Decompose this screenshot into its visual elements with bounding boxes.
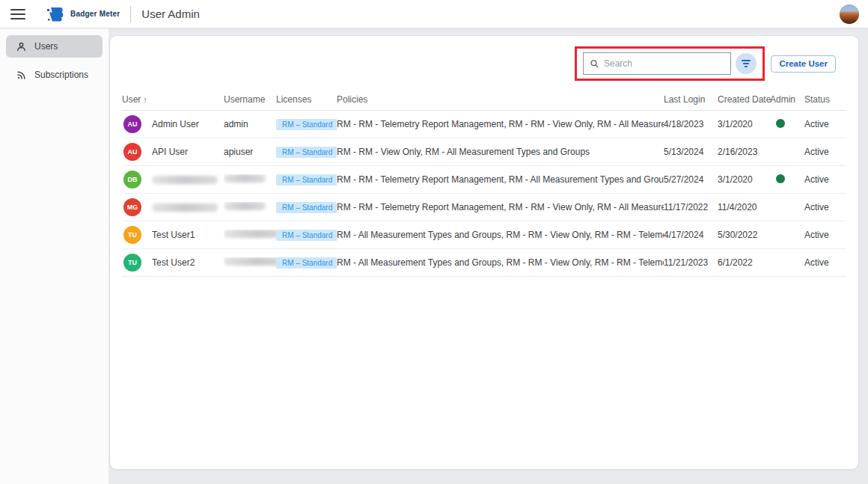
username-cell: apiuser (224, 147, 276, 157)
sidebar: Users Subscriptions (0, 28, 109, 484)
created-date-cell: 2/16/2023 (718, 147, 770, 157)
license-badge: RM – Standard (276, 257, 337, 269)
create-user-button[interactable]: Create User (771, 55, 836, 73)
last-login-cell: 11/21/2023 (664, 257, 718, 268)
last-login-cell: 5/27/2024 (664, 174, 718, 185)
column-header-licenses[interactable]: Licenses (276, 94, 337, 105)
license-badge: RM – Standard (276, 174, 337, 186)
sidebar-item-label: Users (34, 41, 58, 52)
column-header-username[interactable]: Username (224, 94, 276, 105)
licenses-cell: RM – Standard (276, 119, 337, 130)
redacted-username (224, 257, 276, 266)
users-table: User↑ Username Licenses Policies Last Lo… (110, 88, 858, 277)
admin-indicator-dot (776, 119, 785, 128)
table-row[interactable]: AUAPI UserapiuserRM – StandardRM - RM - … (122, 138, 846, 166)
status-cell: Active (804, 230, 846, 240)
admin-indicator-dot (776, 174, 785, 183)
table-row[interactable]: TUTest User1RM – StandardRM - All Measur… (122, 221, 846, 249)
user-avatar: AU (123, 143, 141, 161)
user-name: Test User2 (152, 257, 195, 268)
user-avatar: AU (123, 115, 141, 133)
card-toolbar: Create User (110, 36, 858, 88)
policies-cell: RM - All Measurement Types and Groups, R… (337, 257, 664, 268)
person-icon (15, 40, 27, 52)
badger-meter-logo-icon (46, 7, 66, 22)
top-app-bar: Badger Meter User Admin (0, 0, 868, 28)
user-avatar: TU (123, 254, 141, 272)
user-avatar: TU (123, 226, 141, 244)
filter-button[interactable] (736, 53, 757, 74)
search-input[interactable] (604, 58, 724, 69)
highlight-annotation (575, 46, 765, 81)
brand-logo: Badger Meter (46, 7, 120, 22)
search-icon (590, 58, 599, 69)
admin-cell (770, 174, 804, 186)
column-header-last-login[interactable]: Last Login (664, 94, 718, 105)
username-text: admin (224, 119, 248, 129)
username-cell (224, 257, 276, 268)
user-cell: AUAPI User (122, 143, 224, 161)
table-body: AUAdmin UseradminRM – StandardRM - RM - … (122, 111, 846, 277)
status-cell: Active (804, 147, 846, 157)
users-card: Create User User↑ Username Licenses Poli… (109, 35, 859, 470)
sidebar-item-label: Subscriptions (34, 70, 88, 80)
column-header-status[interactable]: Status (804, 94, 846, 105)
brand-name: Badger Meter (70, 10, 120, 18)
sort-asc-icon: ↑ (143, 95, 147, 104)
created-date-cell: 6/1/2022 (718, 257, 770, 268)
header-divider (130, 6, 131, 22)
username-cell (224, 202, 276, 212)
status-cell: Active (804, 174, 846, 185)
table-row[interactable]: MGRM – StandardRM - RM - Telemetry Repor… (122, 194, 846, 221)
table-row[interactable]: AUAdmin UseradminRM – StandardRM - RM - … (122, 111, 846, 138)
user-avatar: MG (123, 198, 141, 216)
redacted-username (224, 230, 276, 238)
user-cell: DB (122, 171, 224, 189)
last-login-cell: 4/18/2023 (664, 119, 718, 129)
redacted-name (152, 203, 218, 212)
license-badge: RM – Standard (276, 202, 337, 213)
user-cell: AUAdmin User (122, 115, 224, 133)
column-header-admin[interactable]: Admin (770, 94, 804, 105)
user-name: Admin User (152, 119, 199, 129)
policies-cell: RM - RM - View Only, RM - All Measuremen… (337, 147, 664, 157)
last-login-cell: 11/17/2022 (664, 202, 718, 212)
column-header-created-date[interactable]: Created Date (718, 94, 770, 105)
username-cell (224, 230, 276, 240)
license-badge: RM – Standard (276, 147, 337, 158)
licenses-cell: RM – Standard (276, 257, 337, 269)
table-row[interactable]: DBRM – StandardRM - RM - Telemetry Repor… (122, 166, 846, 194)
status-cell: Active (804, 202, 846, 212)
menu-icon[interactable] (10, 9, 25, 19)
user-cell: MG (122, 198, 224, 216)
admin-cell (770, 119, 804, 130)
license-badge: RM – Standard (276, 230, 337, 241)
profile-avatar[interactable] (840, 4, 859, 24)
license-badge: RM – Standard (276, 119, 337, 130)
last-login-cell: 5/13/2024 (664, 147, 718, 157)
username-text: apiuser (224, 147, 253, 157)
column-header-user[interactable]: User↑ (122, 94, 224, 105)
redacted-name (152, 176, 218, 184)
licenses-cell: RM – Standard (276, 230, 337, 241)
rss-icon (15, 69, 27, 81)
column-header-policies[interactable]: Policies (337, 94, 664, 105)
table-header: User↑ Username Licenses Policies Last Lo… (122, 88, 846, 111)
user-name: API User (152, 147, 188, 157)
status-cell: Active (804, 119, 846, 129)
main-content: Create User User↑ Username Licenses Poli… (109, 28, 868, 484)
username-cell: admin (224, 119, 276, 129)
user-avatar: DB (123, 171, 141, 189)
created-date-cell: 3/1/2020 (718, 119, 770, 129)
policies-cell: RM - RM - Telemetry Report Management, R… (337, 119, 664, 129)
licenses-cell: RM – Standard (276, 147, 337, 158)
sidebar-item-users[interactable]: Users (6, 35, 103, 58)
created-date-cell: 3/1/2020 (718, 174, 770, 185)
licenses-cell: RM – Standard (276, 202, 337, 213)
search-box (583, 52, 731, 75)
username-cell (224, 174, 276, 185)
table-row[interactable]: TUTest User2RM – StandardRM - All Measur… (122, 249, 846, 277)
last-login-cell: 4/17/2024 (664, 230, 718, 240)
sidebar-item-subscriptions[interactable]: Subscriptions (6, 64, 103, 86)
page-title: User Admin (141, 7, 200, 20)
